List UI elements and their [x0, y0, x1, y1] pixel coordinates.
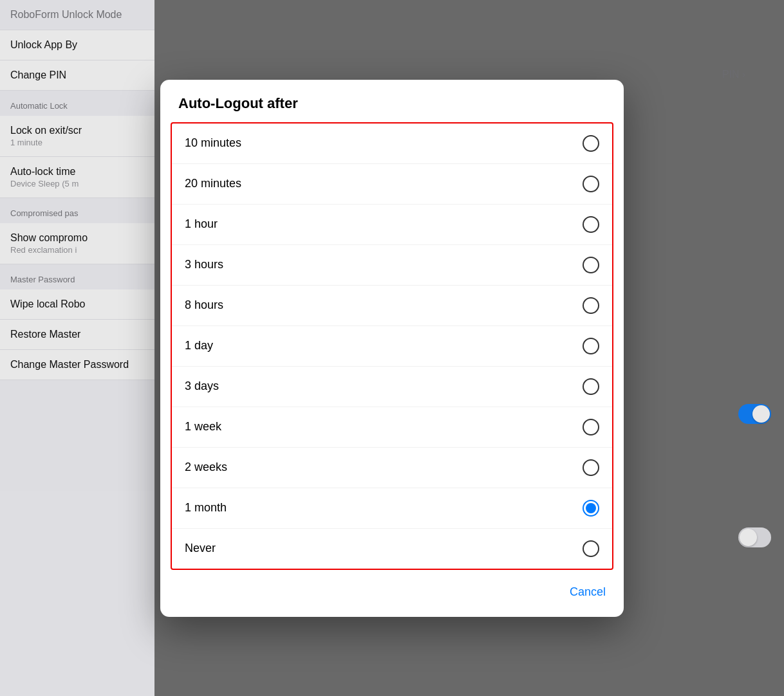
radio-1day[interactable] — [583, 338, 599, 354]
option-item-1month[interactable]: 1 month — [172, 488, 612, 529]
radio-1week[interactable] — [583, 419, 599, 435]
radio-10min[interactable] — [583, 135, 599, 152]
option-item-20min[interactable]: 20 minutes — [172, 164, 612, 205]
option-label-1hour: 1 hour — [185, 217, 218, 231]
option-item-3hours[interactable]: 3 hours — [172, 245, 612, 286]
option-label-10min: 10 minutes — [185, 136, 241, 150]
option-item-1hour[interactable]: 1 hour — [172, 205, 612, 245]
option-item-2weeks[interactable]: 2 weeks — [172, 448, 612, 488]
radio-never[interactable] — [583, 540, 599, 557]
option-item-3days[interactable]: 3 days — [172, 367, 612, 407]
radio-inner-1month — [586, 503, 596, 513]
option-label-1month: 1 month — [185, 501, 227, 515]
radio-3days[interactable] — [583, 378, 599, 395]
option-label-1week: 1 week — [185, 420, 221, 434]
modal-header: Auto-Logout after — [160, 80, 624, 122]
radio-1month[interactable] — [583, 500, 599, 517]
option-item-1day[interactable]: 1 day — [172, 326, 612, 367]
radio-2weeks[interactable] — [583, 459, 599, 476]
radio-1hour[interactable] — [583, 216, 599, 233]
modal-backdrop: Auto-Logout after 10 minutes20 minutes1 … — [0, 0, 784, 696]
option-label-3days: 3 days — [185, 380, 219, 393]
option-label-never: Never — [185, 542, 216, 555]
option-label-2weeks: 2 weeks — [185, 461, 227, 474]
option-item-1week[interactable]: 1 week — [172, 407, 612, 448]
option-item-8hours[interactable]: 8 hours — [172, 286, 612, 326]
radio-8hours[interactable] — [583, 297, 599, 314]
cancel-button[interactable]: Cancel — [570, 580, 606, 604]
option-label-20min: 20 minutes — [185, 177, 241, 190]
auto-logout-dialog: Auto-Logout after 10 minutes20 minutes1 … — [160, 80, 624, 617]
modal-footer: Cancel — [160, 570, 624, 617]
radio-20min[interactable] — [583, 176, 599, 192]
modal-title: Auto-Logout after — [178, 95, 606, 112]
option-label-3hours: 3 hours — [185, 258, 223, 271]
option-item-never[interactable]: Never — [172, 529, 612, 569]
option-item-10min[interactable]: 10 minutes — [172, 124, 612, 164]
option-label-8hours: 8 hours — [185, 298, 223, 312]
radio-3hours[interactable] — [583, 257, 599, 273]
options-list: 10 minutes20 minutes1 hour3 hours8 hours… — [171, 122, 613, 570]
option-label-1day: 1 day — [185, 339, 213, 353]
